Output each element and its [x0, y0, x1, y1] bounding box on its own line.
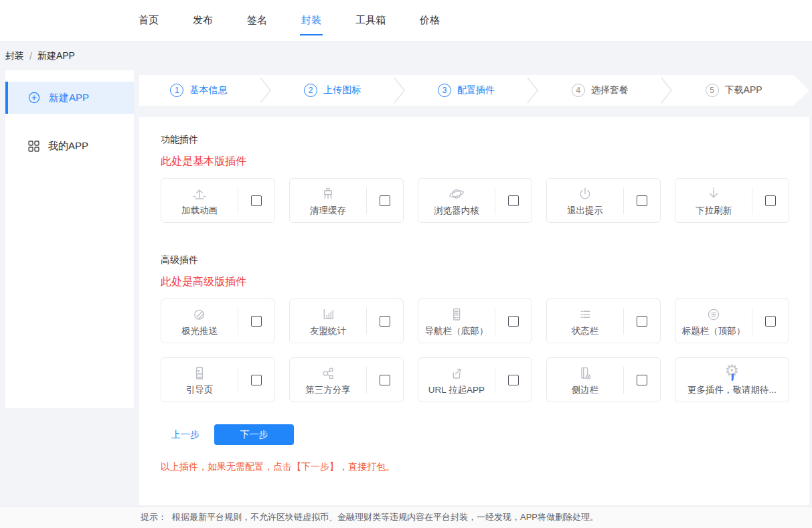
- step-number: 1: [170, 84, 183, 97]
- plugin-checkbox-loading-animation[interactable]: [251, 195, 262, 206]
- status-bar-icon: [576, 304, 594, 325]
- pull-refresh-icon: [704, 184, 723, 204]
- nav-item-toolbox[interactable]: 工具箱: [354, 10, 387, 31]
- plugin-label: 第三方分享: [305, 384, 351, 396]
- grid-icon: [28, 141, 39, 152]
- plugin-card-browser-kernel[interactable]: 浏览器内核: [418, 178, 532, 223]
- clean-cache-icon: [319, 184, 337, 204]
- plugin-card-url-launch[interactable]: URL 拉起APP: [418, 357, 532, 402]
- plugin-card-status-bar[interactable]: 状态栏: [546, 298, 661, 343]
- jpush-icon: [190, 304, 209, 325]
- plugin-checkbox-third-party-share[interactable]: [380, 375, 390, 385]
- section-note-advanced: 此处是高级版插件: [161, 275, 809, 289]
- plugin-card-body: 第三方分享: [290, 363, 366, 396]
- step-wizard: 1基本信息2上传图标3配置插件4选择套餐5下载APP: [139, 75, 809, 106]
- plugin-checkbox-status-bar[interactable]: [637, 316, 647, 327]
- plugin-grid-basic: 加载动画清理缓存浏览器内核退出提示下拉刷新: [161, 178, 809, 223]
- nav-item-sign[interactable]: 签名: [246, 10, 268, 31]
- guide-page-icon: [190, 363, 209, 383]
- plugin-checkbox-navbar-bottom[interactable]: [508, 316, 519, 327]
- plugin-card-body: 引导页: [161, 363, 238, 396]
- plugin-label: URL 拉起APP: [428, 384, 485, 396]
- plus-circle-icon: [28, 92, 40, 104]
- plugin-grid-advanced: 极光推送友盟统计导航栏（底部）状态栏标题栏（顶部）引导页第三方分享URL 拉起A…: [161, 298, 809, 402]
- plugin-card-checkbox-zone: [238, 316, 274, 327]
- nav-items: 首页发布签名封装工具箱价格: [137, 10, 441, 31]
- browser-kernel-icon: [447, 184, 466, 204]
- nav-item-package[interactable]: 封装: [300, 10, 323, 31]
- plugin-card-body: 侧边栏: [547, 363, 623, 396]
- wizard-actions: 上一步 下一步: [161, 424, 809, 445]
- plugin-label: 退出提示: [567, 205, 603, 217]
- plugin-checkbox-clean-cache[interactable]: [380, 195, 390, 206]
- plugin-card-body: 加载动画: [161, 184, 238, 217]
- plugin-checkbox-exit-prompt[interactable]: [637, 195, 647, 206]
- plugin-checkbox-jpush[interactable]: [251, 316, 262, 327]
- prev-step-button[interactable]: 上一步: [171, 429, 199, 441]
- nav-item-price[interactable]: 价格: [418, 10, 441, 31]
- plugin-card-navbar-bottom[interactable]: 导航栏（底部）: [418, 298, 532, 343]
- chevron-right-icon: [525, 75, 540, 106]
- plugin-label: 更多插件，敬请期待...: [687, 384, 777, 396]
- plugin-card-checkbox-zone: [495, 195, 532, 206]
- plugin-card-body: 极光推送: [161, 304, 238, 337]
- plugin-label: 浏览器内核: [434, 205, 479, 217]
- plugin-card-more-plugins[interactable]: ⚙更多插件，敬请期待...: [675, 357, 789, 402]
- step-1[interactable]: 1基本信息: [139, 75, 258, 106]
- plugin-card-clean-cache[interactable]: 清理缓存: [289, 178, 404, 223]
- footer-text: 根据最新平台规则，不允许区块链虚拟币、金融理财类等违规内容在平台封装，一经发现，…: [172, 511, 598, 523]
- section-note-basic: 此处是基本版插件: [161, 155, 809, 169]
- section-title-advanced: 高级插件: [161, 254, 809, 266]
- breadcrumb-current: 新建APP: [37, 50, 75, 62]
- plugin-card-body: 标题栏（顶部）: [675, 304, 752, 337]
- plugin-card-exit-prompt[interactable]: 退出提示: [546, 178, 661, 223]
- plugin-card-pull-refresh[interactable]: 下拉刷新: [675, 178, 789, 223]
- step-3[interactable]: 3配置插件: [407, 75, 526, 106]
- plugin-label: 加载动画: [181, 205, 218, 217]
- plugin-checkbox-browser-kernel[interactable]: [508, 195, 519, 206]
- breadcrumb: 封装 / 新建APP: [0, 42, 75, 70]
- plugin-checkbox-umeng-stats[interactable]: [380, 316, 390, 327]
- plugin-card-sidebar-panel[interactable]: 侧边栏: [546, 357, 661, 402]
- nav-item-home[interactable]: 首页: [137, 10, 160, 31]
- top-nav: 首页发布签名封装工具箱价格: [0, 0, 812, 41]
- plugin-card-checkbox-zone: [752, 195, 789, 206]
- step-arrow-tip: [793, 75, 809, 106]
- sidebar: 新建APP我的APP: [5, 70, 134, 408]
- step-label: 配置插件: [457, 84, 495, 96]
- sidebar-item-new-app[interactable]: 新建APP: [5, 82, 134, 114]
- plugin-card-body: 浏览器内核: [418, 184, 495, 217]
- plugin-checkbox-sidebar-panel[interactable]: [637, 375, 647, 385]
- plugin-card-umeng-stats[interactable]: 友盟统计: [289, 298, 404, 343]
- plugin-card-guide-page[interactable]: 引导页: [161, 357, 275, 402]
- plugin-card-checkbox-zone: [367, 316, 403, 327]
- plugin-card-title-bar-top[interactable]: 标题栏（顶部）: [675, 298, 789, 343]
- step-2[interactable]: 2上传图标: [273, 75, 392, 106]
- content-panel: 功能插件 此处是基本版插件 加载动画清理缓存浏览器内核退出提示下拉刷新 高级插件…: [139, 117, 809, 505]
- step-number: 2: [304, 84, 317, 97]
- chevron-right-icon: [659, 75, 674, 106]
- plugin-card-body: 状态栏: [547, 304, 623, 337]
- plugin-card-checkbox-zone: [624, 316, 660, 327]
- sidebar-item-label: 新建APP: [49, 92, 89, 104]
- plugin-card-third-party-share[interactable]: 第三方分享: [289, 357, 404, 402]
- step-number: 3: [438, 84, 451, 97]
- plugin-card-jpush[interactable]: 极光推送: [161, 298, 275, 343]
- breadcrumb-separator: /: [29, 51, 32, 62]
- plugin-checkbox-title-bar-top[interactable]: [765, 316, 776, 327]
- plugin-card-body: 清理缓存: [290, 184, 366, 217]
- sidebar-item-label: 我的APP: [48, 140, 88, 153]
- main-column: 1基本信息2上传图标3配置插件4选择套餐5下载APP 功能插件 此处是基本版插件…: [139, 70, 809, 505]
- plugin-card-checkbox-zone: [495, 375, 532, 385]
- plugin-card-body: 退出提示: [547, 184, 623, 217]
- plugin-card-checkbox-zone: [367, 375, 403, 385]
- breadcrumb-section[interactable]: 封装: [5, 50, 24, 62]
- exit-prompt-icon: [576, 184, 594, 204]
- nav-item-publish[interactable]: 发布: [191, 10, 214, 31]
- next-step-button[interactable]: 下一步: [214, 424, 294, 445]
- sidebar-item-my-app[interactable]: 我的APP: [5, 130, 134, 162]
- plugin-checkbox-guide-page[interactable]: [251, 375, 262, 385]
- plugin-card-loading-animation[interactable]: 加载动画: [161, 178, 275, 223]
- plugin-checkbox-url-launch[interactable]: [508, 375, 519, 385]
- plugin-checkbox-pull-refresh[interactable]: [765, 195, 776, 206]
